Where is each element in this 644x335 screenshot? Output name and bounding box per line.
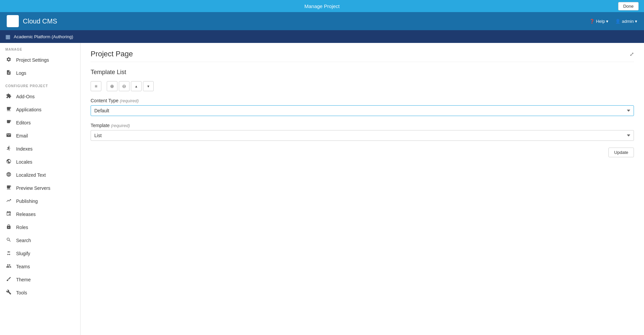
logs-icon	[5, 70, 12, 76]
sidebar-item-label: Roles	[16, 225, 28, 230]
admin-icon: 👤	[615, 19, 621, 24]
manage-section-label: MANAGE	[0, 43, 80, 53]
sidebar-item-label: Logs	[16, 70, 26, 76]
tools-icon	[5, 289, 12, 296]
sidebar-item-logs[interactable]: Logs	[0, 66, 80, 79]
indexes-icon	[5, 146, 12, 152]
help-chevron: ▾	[606, 19, 608, 24]
sidebar-item-indexes[interactable]: Indexes	[0, 142, 80, 155]
sidebar-item-label: Tools	[16, 290, 27, 295]
main-content: Project Page ⤢ Template List ≡ ⊕ ⊖ ▲ ▼ C…	[81, 43, 644, 335]
cloud-icon	[7, 15, 19, 27]
template-group: Template (required) List	[91, 123, 634, 141]
sidebar-item-applications[interactable]: Applications	[0, 103, 80, 116]
theme-icon	[5, 276, 12, 283]
localized-text-icon	[5, 172, 12, 178]
template-select[interactable]: List	[91, 130, 634, 141]
brand: Cloud CMS	[7, 15, 57, 27]
sidebar-item-label: Theme	[16, 277, 31, 282]
sidebar-item-teams[interactable]: Teams	[0, 260, 80, 273]
sidebar-item-localized-text[interactable]: Localized Text	[0, 168, 80, 181]
sidebar-item-email[interactable]: Email	[0, 129, 80, 142]
sub-header: ▦ Academic Platform (Authoring)	[0, 30, 644, 43]
settings-icon	[5, 57, 12, 63]
editors-icon	[5, 119, 12, 126]
addons-icon	[5, 93, 12, 100]
sidebar-item-roles[interactable]: Roles	[0, 221, 80, 234]
sidebar-item-label: Releases	[16, 212, 36, 217]
sidebar-item-project-settings[interactable]: Project Settings	[0, 53, 80, 66]
sidebar-item-editors[interactable]: Editors	[0, 116, 80, 129]
content-type-required: (required)	[120, 98, 139, 103]
sidebar-item-label: Locales	[16, 159, 32, 165]
content-type-group: Content Type (required) Default	[91, 98, 634, 116]
brand-name: Cloud CMS	[23, 17, 57, 25]
sidebar-item-add-ons[interactable]: Add-Ons	[0, 90, 80, 103]
admin-link[interactable]: 👤 admin ▾	[615, 19, 637, 24]
sidebar-item-label: Add-Ons	[16, 94, 35, 99]
email-icon	[5, 132, 12, 139]
sidebar-item-label: Indexes	[16, 146, 33, 152]
sidebar-item-label: Publishing	[16, 199, 38, 204]
project-name: Academic Platform (Authoring)	[14, 34, 73, 39]
sidebar-item-label: Slugify	[16, 251, 30, 256]
page-header: Project Page ⤢	[91, 50, 634, 62]
up-button[interactable]: ▲	[131, 81, 142, 91]
layout: MANAGE Project Settings Logs CONFIGURE P…	[0, 43, 644, 335]
content-type-label: Content Type (required)	[91, 98, 634, 103]
top-bar: Manage Project Done	[0, 0, 644, 12]
content-type-select[interactable]: Default	[91, 105, 634, 116]
template-required: (required)	[111, 123, 130, 128]
help-link[interactable]: ❓ Help ▾	[589, 19, 608, 24]
section-title: Template List	[91, 69, 634, 76]
sidebar-item-tools[interactable]: Tools	[0, 286, 80, 299]
done-button[interactable]: Done	[618, 2, 639, 10]
sidebar-item-locales[interactable]: Locales	[0, 155, 80, 168]
sidebar-item-label: Preview Servers	[16, 185, 50, 191]
help-icon: ❓	[589, 19, 595, 24]
top-bar-title: Manage Project	[304, 3, 340, 9]
toolbar: ≡ ⊕ ⊖ ▲ ▼	[91, 81, 634, 91]
sidebar-item-theme[interactable]: Theme	[0, 273, 80, 286]
sidebar-item-slugify[interactable]: Slugify	[0, 247, 80, 260]
roles-icon	[5, 224, 12, 230]
sidebar-item-label: Project Settings	[16, 57, 49, 63]
down-button[interactable]: ▼	[143, 81, 154, 91]
remove-button[interactable]: ⊖	[119, 81, 130, 91]
sidebar-item-label: Applications	[16, 107, 42, 112]
sidebar-item-label: Teams	[16, 264, 30, 269]
sidebar-item-releases[interactable]: Releases	[0, 208, 80, 221]
slugify-icon	[5, 250, 12, 257]
applications-icon	[5, 106, 12, 113]
configure-section-label: CONFIGURE PROJECT	[0, 79, 80, 90]
project-icon: ▦	[5, 34, 10, 40]
sidebar-item-label: Editors	[16, 120, 31, 125]
admin-chevron: ▾	[635, 19, 637, 24]
menu-button[interactable]: ≡	[91, 81, 101, 91]
template-label: Template (required)	[91, 123, 634, 128]
header: Cloud CMS ❓ Help ▾ 👤 admin ▾	[0, 12, 644, 30]
preview-servers-icon	[5, 185, 12, 191]
sidebar-item-publishing[interactable]: Publishing	[0, 194, 80, 208]
sidebar-item-label: Email	[16, 133, 28, 138]
sidebar: MANAGE Project Settings Logs CONFIGURE P…	[0, 43, 81, 335]
header-right: ❓ Help ▾ 👤 admin ▾	[589, 19, 637, 24]
page-title: Project Page	[91, 50, 133, 58]
sidebar-item-preview-servers[interactable]: Preview Servers	[0, 181, 80, 194]
add-button[interactable]: ⊕	[107, 81, 117, 91]
publishing-icon	[5, 198, 12, 204]
expand-icon[interactable]: ⤢	[630, 51, 634, 57]
releases-icon	[5, 211, 12, 217]
sidebar-item-search[interactable]: Search	[0, 234, 80, 247]
sidebar-item-label: Localized Text	[16, 172, 46, 178]
sidebar-item-label: Search	[16, 238, 31, 243]
locales-icon	[5, 159, 12, 165]
teams-icon	[5, 263, 12, 270]
search-icon	[5, 237, 12, 243]
update-button[interactable]: Update	[608, 148, 634, 157]
